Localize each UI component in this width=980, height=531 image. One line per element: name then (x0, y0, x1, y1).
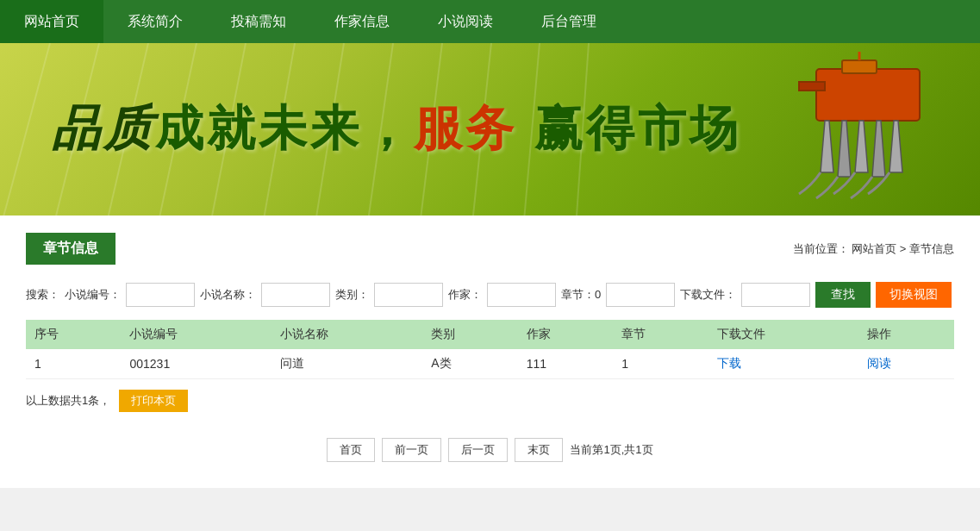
chapter-label: 章节：0 (561, 287, 601, 303)
table-header-cell: 作家 (518, 320, 613, 349)
svg-rect-1 (799, 82, 825, 91)
first-page-button[interactable]: 首页 (327, 438, 375, 462)
novel-name-label: 小说名称： (200, 287, 256, 303)
nav-item-novel[interactable]: 小说阅读 (414, 0, 517, 43)
download-input[interactable] (741, 283, 810, 307)
prev-page-button[interactable]: 前一页 (382, 438, 441, 462)
section-title: 章节信息 (26, 233, 115, 265)
banner-text: 品质成就未来，服务 赢得市场 (52, 97, 741, 162)
chapter-input[interactable] (606, 283, 675, 307)
banner: 品质成就未来，服务 赢得市场 (0, 43, 980, 216)
table-header-cell: 章节 (613, 320, 708, 349)
table-header-cell: 类别 (422, 320, 517, 349)
count-text: 以上数据共1条， (26, 393, 110, 409)
svg-marker-4 (855, 121, 868, 172)
breadcrumb-prefix: 当前位置： (793, 242, 849, 255)
breadcrumb: 当前位置： 网站首页 > 章节信息 (793, 241, 954, 257)
table-row: 1001231问道A类1111下载阅读 (26, 349, 954, 379)
section-header: 章节信息 当前位置： 网站首页 > 章节信息 (26, 233, 954, 265)
svg-marker-5 (872, 121, 885, 177)
search-bar: 搜索： 小说编号： 小说名称： 类别： 作家： 章节：0 下载文件： 查找 切换… (26, 282, 954, 308)
nav-item-intro[interactable]: 系统简介 (103, 0, 207, 43)
data-table: 序号小说编号小说名称类别作家章节下载文件操作 1001231问道A类1111下载… (26, 320, 954, 379)
next-page-button[interactable]: 后一页 (448, 438, 508, 462)
table-header: 序号小说编号小说名称类别作家章节下载文件操作 (26, 320, 954, 349)
svg-marker-6 (889, 121, 902, 172)
table-header-cell: 小说编号 (121, 320, 272, 349)
last-page-button[interactable]: 末页 (515, 438, 563, 462)
svg-rect-7 (842, 60, 877, 73)
page-info: 当前第1页,共1页 (570, 442, 652, 458)
svg-marker-3 (838, 121, 851, 177)
category-input[interactable] (374, 283, 443, 307)
banner-image (739, 43, 980, 216)
table-header-cell: 序号 (26, 320, 121, 349)
svg-rect-0 (816, 69, 920, 121)
nav-item-submission[interactable]: 投稿需知 (207, 0, 310, 43)
nav-item-author[interactable]: 作家信息 (310, 0, 414, 43)
author-input[interactable] (487, 283, 556, 307)
svg-marker-2 (821, 121, 833, 172)
category-label: 类别： (335, 287, 369, 303)
pagination: 首页 前一页 后一页 末页 当前第1页,共1页 (26, 438, 954, 462)
read-link[interactable]: 阅读 (867, 356, 891, 370)
table-body: 1001231问道A类1111下载阅读 (26, 349, 954, 379)
download-link[interactable]: 下载 (717, 356, 741, 370)
print-button[interactable]: 打印本页 (119, 390, 188, 412)
novel-id-input[interactable] (126, 283, 195, 307)
breadcrumb-current: 章节信息 (909, 242, 954, 255)
author-label: 作家： (448, 287, 482, 303)
nav-item-admin[interactable]: 后台管理 (517, 0, 621, 43)
data-footer: 以上数据共1条， 打印本页 (26, 390, 954, 412)
search-button[interactable]: 查找 (815, 282, 871, 308)
nav-item-home[interactable]: 网站首页 (0, 0, 103, 43)
breadcrumb-separator: > (900, 242, 909, 255)
table-header-row: 序号小说编号小说名称类别作家章节下载文件操作 (26, 320, 954, 349)
novel-name-input[interactable] (261, 283, 330, 307)
search-label: 搜索： (26, 287, 59, 303)
table-header-cell: 下载文件 (708, 320, 859, 349)
main-content: 章节信息 当前位置： 网站首页 > 章节信息 搜索： 小说编号： 小说名称： 类… (0, 216, 980, 488)
table-header-cell: 操作 (858, 320, 954, 349)
download-label: 下载文件： (680, 287, 736, 303)
switch-view-button[interactable]: 切换视图 (876, 282, 952, 308)
table-header-cell: 小说名称 (272, 320, 422, 349)
novel-id-label: 小说编号： (65, 287, 121, 303)
navigation: 网站首页系统简介投稿需知作家信息小说阅读后台管理 (0, 0, 980, 43)
breadcrumb-home: 网站首页 (852, 242, 896, 255)
